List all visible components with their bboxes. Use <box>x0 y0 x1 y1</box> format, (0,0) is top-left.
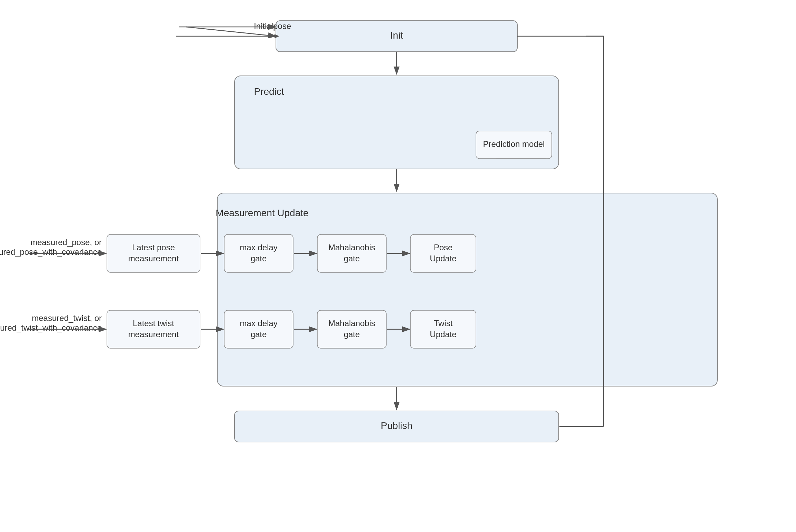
max-delay-gate-twist-label1: max delay <box>240 319 277 328</box>
measurement-update-box <box>217 193 717 386</box>
twist-update-label1: Twist <box>434 319 453 328</box>
predict-label: Predict <box>254 86 284 97</box>
latest-twist-label2: measurement <box>128 330 179 339</box>
prediction-model-label: Prediction model <box>483 139 545 149</box>
measured-twist-label1: measured_twist, or <box>32 313 102 323</box>
twist-update-box <box>410 310 476 348</box>
max-delay-gate-twist-box <box>224 310 293 348</box>
initialpose-label: Initialpose <box>254 21 291 31</box>
latest-twist-box <box>107 310 200 348</box>
mahalanobis-gate-twist-label1: Mahalanobis <box>328 319 375 328</box>
mahalanobis-gate-pose-box <box>317 234 386 272</box>
twist-update-label2: Update <box>430 330 456 339</box>
latest-pose-box <box>107 234 200 272</box>
init-label: Init <box>390 30 403 41</box>
max-delay-gate-pose-label1: max delay <box>240 243 277 252</box>
pose-update-label1: Pose <box>434 243 453 252</box>
mahalanobis-gate-twist-label2: gate <box>344 330 360 339</box>
measured-pose-label2: measured_pose_with_covariance <box>0 247 102 257</box>
diagram-container: Init Initialpose Predict Prediction mode… <box>0 0 796 532</box>
publish-label: Publish <box>381 420 412 431</box>
pose-update-label2: Update <box>430 254 456 263</box>
mahalanobis-gate-pose-label2: gate <box>344 254 360 263</box>
pose-update-box <box>410 234 476 272</box>
mahalanobis-gate-twist-box <box>317 310 386 348</box>
max-delay-gate-pose-label2: gate <box>251 254 267 263</box>
measured-pose-label1: measured_pose, or <box>30 238 102 247</box>
max-delay-gate-twist-label2: gate <box>251 330 267 339</box>
max-delay-gate-pose-box <box>224 234 293 272</box>
mahalanobis-gate-pose-label1: Mahalanobis <box>328 243 375 252</box>
measured-twist-label2: measured_twist_with_covariance <box>0 323 102 332</box>
latest-pose-label2: measurement <box>128 254 179 263</box>
latest-pose-label1: Latest pose <box>132 243 175 252</box>
measurement-update-label: Measurement Update <box>216 208 308 218</box>
latest-twist-label1: Latest twist <box>133 319 174 328</box>
